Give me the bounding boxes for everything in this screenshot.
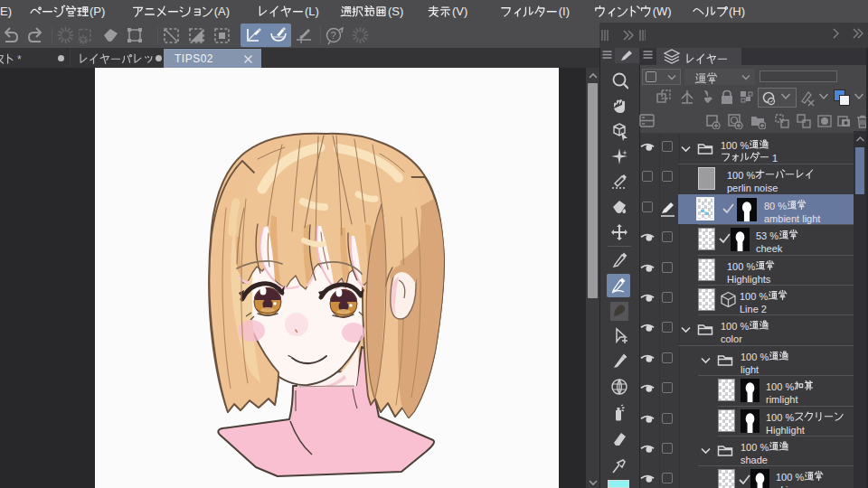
svg-text:?: ?	[331, 30, 336, 41]
